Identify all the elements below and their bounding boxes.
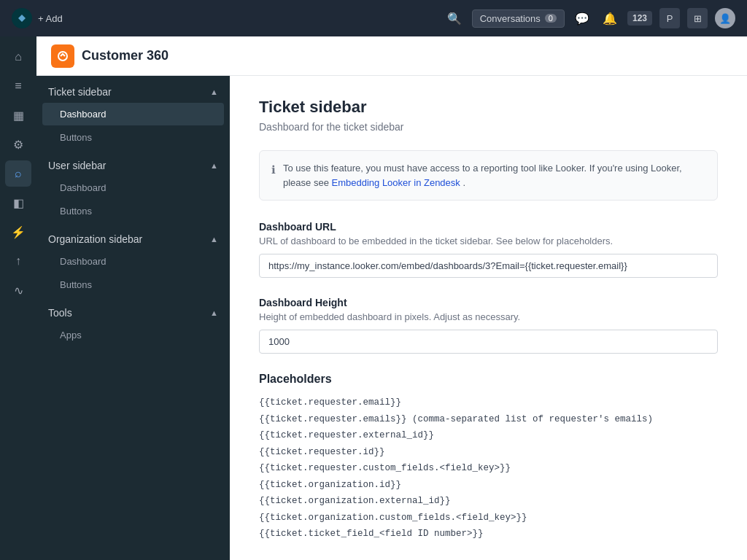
sidebar-item-ticket-dashboard[interactable]: Dashboard	[42, 103, 224, 125]
page-subtitle: Dashboard for the ticket sidebar	[259, 121, 718, 133]
dashboard-url-input[interactable]	[259, 254, 718, 278]
inbox-icon[interactable]: ≡	[5, 73, 31, 99]
org-sidebar-section-label: Organization sidebar	[48, 233, 142, 245]
placeholder-item: {{ticket.ticket_field_<field ID number>}…	[259, 526, 718, 542]
tools-section-header[interactable]: Tools ▲	[36, 297, 230, 323]
info-text: To use this feature, you must have acces…	[283, 161, 705, 190]
lightning-icon[interactable]: ⚡	[5, 219, 31, 245]
brand-title: Customer 360	[82, 48, 169, 63]
org-sidebar-section-header[interactable]: Organization sidebar ▲	[36, 223, 230, 249]
placeholder-item: {{ticket.requester.emails}} (comma-separ…	[259, 411, 718, 428]
dashboard-height-section: Dashboard Height Height of embedded dash…	[259, 297, 718, 354]
dashboard-url-desc: URL of dashboard to be embedded in the t…	[259, 236, 718, 246]
person-rail-icon[interactable]: ↑	[5, 248, 31, 274]
topbar: + Add 🔍 Conversations 0 💬 🔔 123 P ⊞ 👤	[0, 0, 747, 36]
user-avatar[interactable]: 👤	[715, 8, 735, 28]
notification-count[interactable]: 123	[627, 11, 652, 26]
info-box: ℹ To use this feature, you must have acc…	[259, 150, 718, 201]
product-icon[interactable]: P	[659, 8, 680, 28]
placeholder-item: {{ticket.requester.external_id}}	[259, 427, 718, 444]
page-title: Ticket sidebar	[259, 98, 718, 117]
conversations-button[interactable]: Conversations 0	[472, 9, 565, 28]
bell-icon[interactable]: 🔔	[600, 8, 620, 28]
analytics-icon[interactable]: ∿	[5, 277, 31, 303]
org-sidebar-chevron: ▲	[210, 235, 218, 244]
chat-icon[interactable]: 💬	[572, 8, 592, 28]
conversations-label: Conversations	[480, 13, 541, 24]
topbar-right: 🔍 Conversations 0 💬 🔔 123 P ⊞ 👤	[444, 8, 735, 28]
placeholder-item: {{ticket.organization.custom_fields.<fie…	[259, 510, 718, 526]
placeholder-item: {{ticket.organization.external_id}}	[259, 493, 718, 510]
user-sidebar-chevron: ▲	[210, 161, 218, 170]
placeholders-title: Placeholders	[259, 373, 718, 386]
info-link-suffix: .	[462, 177, 465, 188]
add-button[interactable]: + Add	[38, 13, 63, 24]
chart-icon[interactable]: ▦	[5, 102, 31, 128]
dashboard-height-input[interactable]	[259, 330, 718, 354]
brandbar: Customer 360	[36, 36, 747, 76]
placeholder-item: {{ticket.requester.email}}	[259, 394, 718, 411]
main-content: Ticket sidebar Dashboard for the ticket …	[230, 76, 747, 560]
dashboard-height-label: Dashboard Height	[259, 297, 718, 308]
settings-icon[interactable]: ⚙	[5, 131, 31, 158]
home-icon[interactable]: ⌂	[5, 44, 31, 70]
tools-section-label: Tools	[48, 307, 72, 319]
grid-icon[interactable]: ⊞	[687, 8, 708, 28]
plugin-icon[interactable]: ◧	[5, 190, 31, 216]
dashboard-url-section: Dashboard URL URL of dashboard to be emb…	[259, 221, 718, 278]
user-sidebar-section-label: User sidebar	[48, 160, 106, 171]
placeholder-list: {{ticket.requester.email}}{{ticket.reque…	[259, 394, 718, 542]
sidebar-item-org-dashboard[interactable]: Dashboard	[42, 250, 224, 273]
info-icon: ℹ	[271, 162, 276, 190]
placeholders-section: Placeholders {{ticket.requester.email}}{…	[259, 373, 718, 542]
sidebar-item-apps[interactable]: Apps	[42, 324, 224, 346]
placeholder-item: {{ticket.organization.id}}	[259, 477, 718, 494]
ticket-sidebar-chevron: ▲	[210, 88, 218, 96]
sidebar: Ticket sidebar ▲ Dashboard Buttons User …	[36, 76, 230, 560]
search-topbar-icon[interactable]: 🔍	[444, 8, 465, 28]
sidebar-item-ticket-buttons[interactable]: Buttons	[42, 126, 224, 149]
user-sidebar-section-header[interactable]: User sidebar ▲	[36, 149, 230, 176]
sidebar-item-user-dashboard[interactable]: Dashboard	[42, 176, 224, 199]
sidebar-item-org-buttons[interactable]: Buttons	[42, 273, 224, 296]
dashboard-height-desc: Height of embedded dashboard in pixels. …	[259, 311, 718, 322]
sidebar-item-user-buttons[interactable]: Buttons	[42, 200, 224, 222]
tools-chevron: ▲	[210, 308, 218, 317]
app-logo	[12, 8, 32, 28]
conversations-badge: 0	[545, 14, 557, 23]
placeholder-item: {{ticket.requester.id}}	[259, 444, 718, 461]
ticket-sidebar-section-header[interactable]: Ticket sidebar ▲	[36, 76, 230, 102]
info-link[interactable]: Embedding Looker in Zendesk	[332, 177, 460, 188]
search-rail-icon[interactable]: ⌕	[5, 160, 31, 187]
left-rail: ⌂ ≡ ▦ ⚙ ⌕ ◧ ⚡ ↑ ∿	[0, 36, 36, 560]
topbar-left: + Add	[12, 8, 63, 28]
ticket-sidebar-section-label: Ticket sidebar	[48, 86, 112, 98]
brand-icon	[51, 44, 74, 68]
dashboard-url-label: Dashboard URL	[259, 221, 718, 233]
placeholder-item: {{ticket.requester.custom_fields.<field_…	[259, 460, 718, 477]
